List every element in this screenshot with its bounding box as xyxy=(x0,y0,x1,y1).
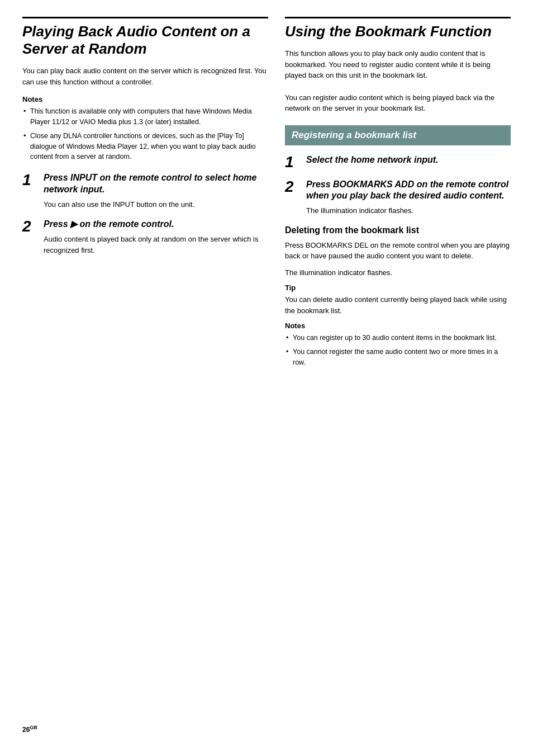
right-step-2: 2 Press BOOKMARKS ADD on the remote cont… xyxy=(285,179,511,216)
right-intro-1: This function allows you to play back on… xyxy=(285,48,511,81)
left-step-2: 2 Press ▶ on the remote control. Audio c… xyxy=(22,219,268,256)
right-column: Using the Bookmark Function This functio… xyxy=(285,17,511,714)
left-title-bar: Playing Back Audio Content on a Server a… xyxy=(22,17,268,58)
left-step-1-body: You can also use the INPUT button on the… xyxy=(44,199,268,210)
left-step-1: 1 Press INPUT on the remote control to s… xyxy=(22,172,268,210)
left-intro: You can play back audio content on the s… xyxy=(22,65,268,87)
subsection1-bar: Registering a bookmark list xyxy=(285,125,511,145)
left-notes-list: This function is available only with com… xyxy=(22,106,268,162)
page-footer: 26GB xyxy=(22,714,511,734)
subsection2-heading: Deleting from the bookmark list xyxy=(285,225,511,235)
delete-body-2: The illumination indicator flashes. xyxy=(285,267,511,278)
right-step-2-content: Press BOOKMARKS ADD on the remote contro… xyxy=(306,179,511,216)
right-step-1: 1 Select the home network input. xyxy=(285,154,511,170)
tip-heading: Tip xyxy=(285,284,511,292)
right-note-1: You can register up to 30 audio content … xyxy=(285,333,511,343)
left-step-2-number: 2 xyxy=(22,219,38,256)
left-note-2: Close any DLNA controller functions or d… xyxy=(22,131,268,162)
left-step-2-content: Press ▶ on the remote control. Audio con… xyxy=(44,219,268,256)
left-step-1-content: Press INPUT on the remote control to sel… xyxy=(44,172,268,210)
right-notes-heading: Notes xyxy=(285,322,511,330)
right-step-1-number: 1 xyxy=(285,154,301,170)
right-intro-2: You can register audio content which is … xyxy=(285,92,511,114)
two-column-layout: Playing Back Audio Content on a Server a… xyxy=(22,17,511,714)
left-step-2-body: Audio content is played back only at ran… xyxy=(44,234,268,256)
left-step-1-number: 1 xyxy=(22,172,38,210)
right-note-2: You cannot register the same audio conte… xyxy=(285,347,511,368)
right-step-2-body: The illumination indicator flashes. xyxy=(306,205,511,216)
right-title: Using the Bookmark Function xyxy=(285,23,511,40)
right-step-1-content: Select the home network input. xyxy=(306,154,511,170)
left-title: Playing Back Audio Content on a Server a… xyxy=(22,23,268,58)
right-notes-list: You can register up to 30 audio content … xyxy=(285,333,511,367)
left-note-1: This function is available only with com… xyxy=(22,106,268,127)
right-step-1-heading: Select the home network input. xyxy=(306,154,511,166)
subsection1-heading: Registering a bookmark list xyxy=(292,130,504,141)
page: Playing Back Audio Content on a Server a… xyxy=(0,0,533,756)
right-step-2-heading: Press BOOKMARKS ADD on the remote contro… xyxy=(306,179,511,202)
page-number: 26GB xyxy=(22,726,37,734)
left-step-2-heading: Press ▶ on the remote control. xyxy=(44,219,268,230)
delete-body: Press BOOKMARKS DEL on the remote contro… xyxy=(285,240,511,262)
tip-body: You can delete audio content currently b… xyxy=(285,294,511,316)
left-column: Playing Back Audio Content on a Server a… xyxy=(22,17,268,714)
left-notes-heading: Notes xyxy=(22,95,268,103)
left-step-1-heading: Press INPUT on the remote control to sel… xyxy=(44,172,268,196)
right-step-2-number: 2 xyxy=(285,179,301,216)
right-title-bar: Using the Bookmark Function xyxy=(285,17,511,40)
